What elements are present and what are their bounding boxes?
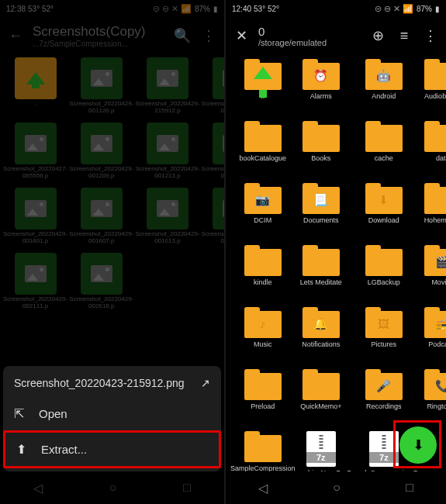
file-label: Screenshot_20220427-065556.p xyxy=(3,166,67,180)
close-icon[interactable]: ✕ xyxy=(232,27,251,44)
folder-item[interactable]: ⏰Alarms xyxy=(299,59,344,118)
sheet-filename: Screenshot_20220423-215912.png xyxy=(14,377,185,389)
folder-label: SampleCompression xyxy=(230,464,296,471)
folder-label: Recordings xyxy=(347,402,421,410)
back-icon[interactable]: ← xyxy=(6,28,25,44)
open-icon: ⇱ xyxy=(14,406,28,421)
folder-label: Notifications xyxy=(299,340,344,348)
nav-recent-icon[interactable]: □ xyxy=(183,481,191,495)
external-icon[interactable]: ↗ xyxy=(201,377,210,389)
folder-icon xyxy=(303,121,340,152)
image-thumb-icon xyxy=(147,123,188,164)
file-item[interactable]: Screenshot_20220427-065353.p xyxy=(202,57,224,121)
battery-icon: ▮ xyxy=(435,5,440,13)
folder-item[interactable]: Books xyxy=(299,121,344,180)
extract-label: Extract... xyxy=(41,443,87,456)
folder-icon: 📞 xyxy=(424,369,446,400)
folder-item[interactable]: data xyxy=(424,121,446,180)
folder-item[interactable]: SampleCompression xyxy=(230,431,296,471)
folder-icon xyxy=(424,183,446,214)
folder-item[interactable]: 🤖Android xyxy=(347,59,421,118)
nav-bar: ◁ ○ □ xyxy=(0,471,224,504)
folder-item[interactable]: Hohem_Pro xyxy=(424,183,446,242)
folder-icon: ⬇ xyxy=(365,183,403,214)
folder-item[interactable]: Audiobooks xyxy=(424,59,446,118)
folder-item[interactable]: archiveNew.7z xyxy=(299,431,344,471)
folder-item[interactable]: 🖼Pictures xyxy=(347,307,421,366)
nav-recent-icon[interactable]: □ xyxy=(406,481,413,495)
folder-icon: 📷 xyxy=(244,183,282,214)
file-item[interactable]: .. xyxy=(3,57,67,121)
folder-item[interactable]: kindle xyxy=(230,245,296,304)
folder-label: Android xyxy=(347,92,421,100)
folder-item[interactable]: 📃Documents xyxy=(299,183,344,242)
app-bar: ✕ 0 /storage/emulated ⊕ ≡ ⋮ xyxy=(226,17,446,54)
subtitle-text: ...7z/SampleCompression... xyxy=(33,40,165,48)
folder-icon: 🔔 xyxy=(303,307,340,338)
folder-item[interactable]: ⬇Download xyxy=(347,183,421,242)
folder-label: Ringtones xyxy=(424,402,446,410)
file-label: Screenshot_20220427-065353.p xyxy=(202,101,224,115)
file-item[interactable]: Screenshot_20220429-001231.p xyxy=(202,123,224,186)
folder-icon: 🎤 xyxy=(365,369,403,400)
folder-item[interactable]: 🔔Notifications xyxy=(299,307,344,366)
search-icon[interactable]: 🔍 xyxy=(173,27,192,44)
status-icons: ⊝ ⊖ ✕ 📶 xyxy=(153,4,192,14)
file-item[interactable]: Screenshot_20220429-001213.p xyxy=(135,123,199,186)
folder-label: Preload xyxy=(230,402,296,410)
folder-item[interactable]: 🎤Recordings xyxy=(347,369,421,428)
file-item[interactable]: Screenshot_20220429-002618.p xyxy=(69,253,133,316)
status-time: 12:38 xyxy=(6,5,26,13)
folder-item[interactable]: .. xyxy=(230,59,296,118)
title-text: 0 xyxy=(258,25,361,38)
folder-icon: 🤖 xyxy=(365,59,403,90)
status-bar: 12:40 53° 52° ⊝ ⊖ ✕ 📶 87% ▮ xyxy=(226,0,446,17)
file-item[interactable]: Screenshot_20220429-001601.p xyxy=(3,188,67,251)
nav-back-icon[interactable]: ◁ xyxy=(258,481,268,495)
extract-row[interactable]: ⬆ Extract... xyxy=(3,430,221,468)
folder-item[interactable]: Lets Meditate xyxy=(299,245,344,304)
list-icon[interactable]: ≡ xyxy=(395,28,413,44)
battery-icon: ▮ xyxy=(213,5,218,13)
folder-item[interactable]: QuickMemo+ xyxy=(299,369,344,428)
extract-fab[interactable]: ⬇ xyxy=(399,426,437,464)
file-item[interactable]: Screenshot_20220429-001758.p xyxy=(202,188,224,251)
file-item[interactable]: Screenshot_20220429-215912.p xyxy=(135,57,199,121)
folder-item[interactable]: 🎬Movies xyxy=(424,245,446,304)
image-thumb-icon xyxy=(213,123,224,164)
file-item[interactable]: Screenshot_20220429-001209.p xyxy=(69,123,133,186)
file-item[interactable]: Screenshot_20220429-001613.p xyxy=(135,188,199,251)
menu-icon[interactable]: ⋮ xyxy=(421,27,440,44)
file-item[interactable]: Screenshot_20220429-001126.p xyxy=(69,57,133,121)
folder-item[interactable]: 📞Ringtones xyxy=(424,369,446,428)
file-label: Screenshot_20220429-001758.p xyxy=(202,231,224,245)
sheet-filename-row: Screenshot_20220423-215912.png ↗ xyxy=(3,369,221,397)
folder-item[interactable]: 📻Podcasts xyxy=(424,307,446,366)
image-thumb-icon xyxy=(15,253,57,295)
nav-back-icon[interactable]: ◁ xyxy=(33,481,43,495)
nav-home-icon[interactable]: ○ xyxy=(333,481,341,495)
folder-item[interactable]: LGBackup xyxy=(347,245,421,304)
folder-icon xyxy=(365,121,403,152)
folder-icon xyxy=(303,245,340,276)
menu-icon[interactable]: ⋮ xyxy=(199,27,218,44)
image-thumb-icon xyxy=(147,57,188,99)
folder-item[interactable]: Preload xyxy=(230,369,296,428)
folder-icon xyxy=(424,59,446,90)
file-item[interactable]: Screenshot_20220429-002111.p xyxy=(3,253,67,316)
file-label: Screenshot_20220429-002618.p xyxy=(69,296,133,310)
file-label: Screenshot_20220429-215912.p xyxy=(135,101,199,115)
file-item[interactable]: Screenshot_20220427-065556.p xyxy=(3,123,67,186)
folder-icon: 📻 xyxy=(424,307,446,338)
folder-item[interactable]: 📷DCIM xyxy=(230,183,296,242)
image-thumb-icon xyxy=(81,188,123,230)
add-icon[interactable]: ⊕ xyxy=(368,27,387,44)
nav-home-icon[interactable]: ○ xyxy=(109,481,117,495)
folder-item[interactable]: cache xyxy=(347,121,421,180)
folder-item[interactable]: bookCatalogue xyxy=(230,121,296,180)
file-item[interactable]: Screenshot_20220429-001607.p xyxy=(69,188,133,251)
image-thumb-icon xyxy=(81,57,123,99)
open-row[interactable]: ⇱ Open xyxy=(3,397,221,430)
folder-item[interactable]: ♪Music xyxy=(230,307,296,366)
file-label: Screenshot_20220429-001607.p xyxy=(69,231,133,245)
